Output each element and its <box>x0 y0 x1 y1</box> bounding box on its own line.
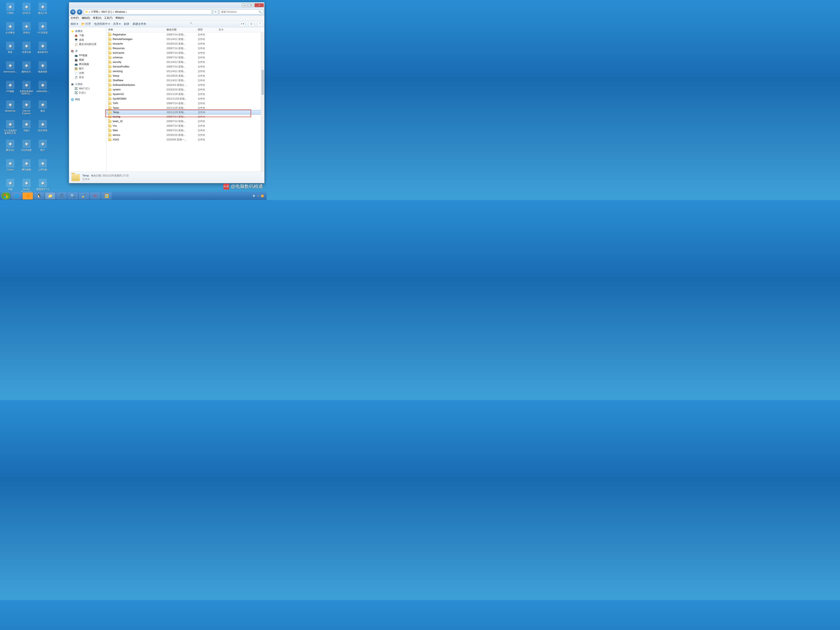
desktop-icon[interactable]: ◈电脑管家 <box>35 61 51 79</box>
desktop-icon[interactable]: ◈激活工具 <box>35 3 51 21</box>
toolbar-organize[interactable]: 组织 ▾ <box>71 22 78 26</box>
view-options-button[interactable]: ≡ ▾ <box>240 22 245 26</box>
desktop-icon[interactable]: ◈暴风影音5 <box>35 42 51 60</box>
help-button[interactable]: ? <box>257 22 263 26</box>
forward-button[interactable]: ► <box>77 9 82 14</box>
column-size[interactable]: 大小 <box>217 28 242 32</box>
table-row[interactable]: system2019/3/19 星期...文件夹 <box>106 87 264 92</box>
menu-file[interactable]: 文件(F) <box>71 16 79 20</box>
sidebar-libraries[interactable]: 📚库 <box>70 49 106 53</box>
desktop-icon[interactable]: ◈传输3 <box>19 120 34 138</box>
desktop-icon[interactable]: ◈清理垃圾 <box>19 42 34 60</box>
toolbar-share[interactable]: 共享 ▾ <box>113 22 121 26</box>
sidebar-network[interactable]: 🌐网络 <box>70 97 106 102</box>
desktop-icon[interactable]: ◈上网导航 <box>35 159 51 177</box>
sidebar-favorites[interactable]: ⭐收藏夹 <box>70 29 106 33</box>
refresh-button[interactable]: ↻ <box>213 9 218 14</box>
menu-view[interactable]: 查看(V) <box>93 16 101 20</box>
table-row[interactable]: TAPI2009/7/14 星期...文件夹 <box>106 101 264 106</box>
search-input[interactable] <box>221 10 259 13</box>
desktop-icon[interactable]: ◈UC浏览器 <box>35 22 51 40</box>
table-row[interactable]: Registration2009/7/14 星期...文件夹 <box>106 32 264 37</box>
desktop-icon[interactable]: ◈PP视频 <box>3 81 18 99</box>
table-row[interactable]: XSxS2020/5/4 星期一...文件夹 <box>106 137 264 142</box>
table-row[interactable]: SysWOW642021/11/28 星期...文件夹 <box>106 96 264 101</box>
minimize-button[interactable]: — <box>242 3 248 7</box>
column-date[interactable]: 修改日期 <box>165 28 196 32</box>
desktop-icon[interactable]: ◈腾讯视频 <box>19 159 34 177</box>
sidebar-item-video[interactable]: 🎬视频 <box>70 58 106 62</box>
sidebar-item-ppvideo[interactable]: 📺PP视频 <box>70 53 106 58</box>
vertical-scrollbar[interactable] <box>261 32 264 172</box>
table-row[interactable]: schemas2009/7/14 星期...文件夹 <box>106 55 264 60</box>
table-row[interactable]: Setup2012/6/26 星期...文件夹 <box>106 74 264 78</box>
scrollbar-thumb[interactable] <box>262 70 264 95</box>
taskbar-item-explorer[interactable]: 📁 <box>45 192 55 199</box>
desktop-icon[interactable]: ◈MobileFile <box>3 100 18 118</box>
desktop-icon[interactable]: ◈微信 <box>35 100 51 118</box>
table-row[interactable]: winsxs2019/3/19 星期...文件夹 <box>106 133 264 137</box>
sidebar-item-documents[interactable]: 📄文档 <box>70 71 106 75</box>
toolbar-include[interactable]: 包含到库中 ▾ <box>94 22 110 26</box>
desktop-icon[interactable]: ◈QQ音乐 <box>19 3 34 21</box>
menu-tools[interactable]: 工具(T) <box>104 16 112 20</box>
start-button[interactable] <box>1 192 10 199</box>
toolbar-burn[interactable]: 刻录 <box>124 22 129 26</box>
table-row[interactable]: ShellNew2011/4/12 星期...文件夹 <box>106 78 264 83</box>
breadcrumb-drive[interactable]: Win7 (C:) <box>101 10 112 13</box>
table-row[interactable]: RemotePackages2011/4/12 星期...文件夹 <box>106 37 264 41</box>
desktop-icon[interactable]: ◈酷狗音乐 <box>19 61 34 79</box>
desktop-icon[interactable]: ◈软件管理 <box>35 120 51 138</box>
search-box[interactable]: 🔍 <box>219 9 263 14</box>
sidebar-item-downloads[interactable]: 📥下载 <box>70 33 106 38</box>
desktop-icon[interactable]: ◈企业微信 <box>3 22 18 40</box>
column-type[interactable]: 类型 <box>196 28 217 32</box>
table-row[interactable]: tracing2009/7/14 星期...文件夹 <box>106 114 264 119</box>
taskbar-item[interactable]: W <box>90 192 100 199</box>
sidebar-item-drive-d[interactable]: 💽D (E:) <box>70 91 106 95</box>
desktop-icon[interactable]: ◈回收站 <box>19 22 34 40</box>
desktop-icon[interactable]: ◈腾讯QQ <box>3 140 18 158</box>
sidebar-item-recent[interactable]: 📋最近访问的位置 <box>70 42 106 46</box>
sidebar-item-desktop[interactable]: 🖥️桌面 <box>70 38 106 42</box>
address-bar[interactable]: 📁 ▸ 计算机 ▸ Win7 (C:) ▸ Windows ▸ <box>84 9 212 14</box>
table-row[interactable]: SoftwareDistribution2020/4/3 星期五 ...文件夹 <box>106 83 264 87</box>
file-list[interactable]: Registration2009/7/14 星期...文件夹RemotePack… <box>106 32 264 172</box>
desktop-icon[interactable]: ◈合肥思美报价0809Thi... <box>19 81 34 99</box>
sidebar-item-tencent-video[interactable]: 📺腾讯视频 <box>70 62 106 66</box>
table-row[interactable]: Resources2009/7/14 星期...文件夹 <box>106 46 264 51</box>
menu-edit[interactable]: 编辑(E) <box>82 16 90 20</box>
toolbar-newfolder[interactable]: 新建文件夹 <box>133 22 146 26</box>
table-row[interactable]: ServiceProfiles2009/7/14 星期...文件夹 <box>106 65 264 69</box>
table-row[interactable]: Temp2021/12/9 星期...文件夹 <box>106 110 264 115</box>
table-row[interactable]: Vss2009/7/14 星期...文件夹 <box>106 123 264 128</box>
breadcrumb-folder[interactable]: Windows <box>115 10 125 13</box>
column-name[interactable]: 名称 <box>106 28 165 32</box>
taskbar-item[interactable]: 🧹 <box>79 192 89 199</box>
sidebar-item-pictures[interactable]: 🖼️图片 <box>70 66 106 71</box>
sidebar-item-music[interactable]: 🎵音乐 <box>70 75 106 80</box>
desktop-icon[interactable]: ◈Administrat... <box>3 61 18 79</box>
maximize-button[interactable]: ☐ <box>248 3 254 7</box>
breadcrumb-computer[interactable]: 计算机 <box>91 10 98 14</box>
taskbar-item[interactable]: 🐧 <box>34 192 44 199</box>
table-row[interactable]: SchCache2009/7/14 星期...文件夹 <box>106 51 264 55</box>
desktop-icon[interactable]: ◈图片 <box>35 140 51 158</box>
desktop-icon[interactable]: ◈iTunes <box>3 159 18 177</box>
desktop-icon[interactable]: ◈大白菜超级U盘装机工具 <box>3 120 18 138</box>
desktop-icon[interactable]: ◈网络 <box>3 42 18 60</box>
table-row[interactable]: Tasks2021/12/8 星期...文件夹 <box>106 106 264 110</box>
table-row[interactable]: security2011/4/12 星期...文件夹 <box>106 60 264 65</box>
taskbar-item[interactable]: 🔍 <box>68 192 78 199</box>
table-row[interactable]: Web2009/7/14 星期...文件夹 <box>106 128 264 133</box>
system-tray[interactable]: 🛡️ 🔊 📶 <box>253 194 265 197</box>
sidebar-computer[interactable]: 💻计算机 <box>70 82 106 87</box>
taskbar-item[interactable]: 🔶 <box>22 192 33 199</box>
tray-icon[interactable]: 🔊 <box>257 194 260 197</box>
desktop-icon[interactable]: ◈QQ浏览器 <box>19 140 34 158</box>
table-row[interactable]: servicing2011/4/12 星期...文件夹 <box>106 69 264 74</box>
sidebar-item-drive-c[interactable]: 💽Win7 (C:) <box>70 87 106 91</box>
table-row[interactable]: twain_322009/7/14 星期...文件夹 <box>106 119 264 123</box>
close-button[interactable]: ✕ <box>254 3 264 7</box>
back-button[interactable]: ◄ <box>70 9 76 14</box>
